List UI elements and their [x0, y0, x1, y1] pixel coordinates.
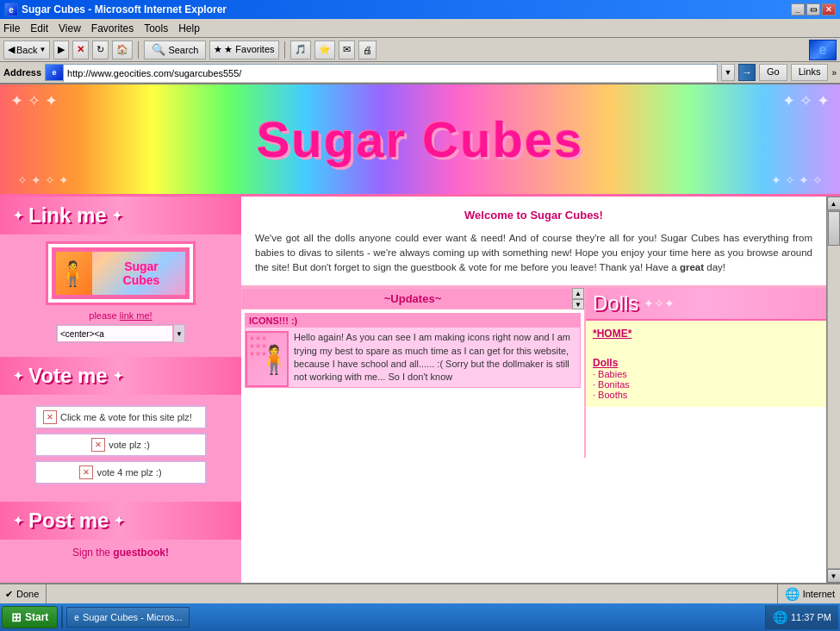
minimize-button[interactable]: _ — [791, 3, 805, 16]
taskbar-time: 11:37 PM — [791, 612, 831, 622]
vote-btn-2[interactable]: ✕ vote plz :) — [34, 433, 207, 457]
star-icon-1: ✦ — [13, 209, 23, 222]
right-scrollbar: ▲ ▼ — [826, 197, 840, 583]
updates-scroll-up-btn[interactable]: ▲ — [572, 288, 584, 299]
dolls-main-link[interactable]: Dolls — [593, 357, 618, 369]
vote-me-content: ✕ Click me & vote for this site plz! ✕ v… — [0, 395, 241, 495]
globe-icon: 🌐 — [785, 587, 800, 601]
code-input[interactable] — [57, 325, 173, 342]
welcome-text-main: We've got all the dolls anyone could eve… — [255, 233, 812, 273]
favorites-button[interactable]: ★ ★ Favorites — [209, 41, 278, 59]
vote-me-title: ✦ Vote me ✦ — [0, 357, 241, 395]
welcome-section: Welcome to Sugar Cubes! We've got all th… — [241, 197, 826, 285]
vote-btn-1-label: Click me & vote for this site plz! — [60, 412, 192, 422]
update-doll: ★★★★★★★★★ 🧍 — [246, 331, 289, 387]
address-input[interactable] — [63, 65, 717, 82]
banner-sugar: Sugar — [124, 259, 159, 273]
menu-file[interactable]: File — [3, 22, 20, 34]
update-entry-text: Hello again! As you can see I am making … — [294, 331, 580, 387]
site-header: ✦ ✧ ✦ ✦ ✧ ✦ ✧ ✦ ✧ ✦ ✦ ✧ ✦ ✧ Sugar Cubes — [0, 84, 840, 197]
menu-tools[interactable]: Tools — [144, 22, 168, 34]
dolls-content: *HOME* Dolls · Babies · Bonitas · Booths — [586, 321, 826, 407]
address-bar: Address e ▼ → Go Links » — [0, 62, 840, 84]
home-button[interactable]: 🏠 — [112, 41, 133, 59]
mail-icon: ✉ — [343, 44, 351, 55]
site-title: Sugar Cubes — [257, 110, 584, 168]
address-dropdown-button[interactable]: ▼ — [721, 64, 735, 81]
menu-favorites[interactable]: Favorites — [91, 22, 134, 34]
code-input-scroll[interactable]: ▼ — [173, 325, 184, 342]
guestbook-bold[interactable]: guestbook! — [113, 547, 169, 559]
status-text: Done — [16, 589, 39, 599]
stop-button[interactable]: ✕ — [72, 41, 89, 59]
webpage: ✦ ✧ ✦ ✦ ✧ ✦ ✧ ✦ ✧ ✦ ✦ ✧ ✦ ✧ Sugar Cubes … — [0, 84, 840, 583]
windows-logo: ⊞ — [11, 610, 22, 624]
dolls-sub-2[interactable]: · Bonitas — [593, 379, 819, 390]
dolls-home-link[interactable]: *HOME* — [593, 328, 819, 340]
media-icon: 🎵 — [295, 44, 307, 55]
menu-help[interactable]: Help — [178, 22, 200, 34]
star-icon-2: ✦ — [112, 209, 122, 222]
forward-button[interactable]: ▶ — [53, 41, 69, 59]
vote-me-section: ✦ Vote me ✦ ✕ Click me & vote for this s… — [0, 357, 241, 495]
restore-button[interactable]: ▭ — [806, 3, 820, 16]
dolls-sub-1[interactable]: · Babies — [593, 369, 819, 379]
scroll-up-button[interactable]: ▲ — [827, 197, 841, 210]
star-icon-6: ✦ — [114, 514, 124, 528]
updates-scroll-down-btn[interactable]: ▼ — [572, 299, 584, 310]
status-bar: ✔ Done 🌐 Internet — [0, 583, 840, 603]
broken-img-2: ✕ — [91, 438, 105, 452]
navigate-button[interactable]: → — [738, 64, 756, 81]
back-dropdown-icon: ▼ — [39, 46, 46, 53]
go-button[interactable]: Go — [759, 64, 787, 81]
taskbar-window-btn[interactable]: e Sugar Cubes - Micros... — [66, 607, 190, 628]
back-button[interactable]: ◀ Back ▼ — [3, 41, 50, 59]
bottom-section: ~Updates~ ▲ ▼ ICONS!!! :) — [241, 285, 826, 458]
code-input-wrapper: ▼ — [56, 324, 185, 343]
dolls-sub-3[interactable]: · Booths — [593, 390, 819, 400]
history-button[interactable]: ⭐ — [314, 41, 335, 59]
vote-me-label: Vote me — [28, 364, 108, 388]
star-icon-3: ✦ — [13, 369, 23, 383]
vote-btn-3-label: vote 4 me plz :) — [96, 467, 161, 478]
dolls-header: Dolls ✦✧✦ — [586, 288, 826, 321]
navigate-arrow-icon: → — [742, 66, 752, 78]
updates-title: ~Updates~ — [384, 292, 441, 305]
expand-icon[interactable]: » — [831, 68, 837, 78]
refresh-button[interactable]: ↻ — [92, 41, 109, 59]
vote-btn-3[interactable]: ✕ vote 4 me plz :) — [34, 460, 207, 484]
status-zone: 🌐 Internet — [777, 584, 835, 603]
browser-content: ✦ ✧ ✦ ✦ ✧ ✦ ✧ ✦ ✧ ✦ ✦ ✧ ✦ ✧ Sugar Cubes … — [0, 84, 840, 583]
link-me-link[interactable]: link me! — [120, 310, 152, 321]
forward-icon: ▶ — [58, 44, 65, 55]
address-favicon-e: e — [53, 68, 57, 77]
status-icon: ✔ — [5, 589, 13, 600]
banner-character: 🧍 — [53, 249, 92, 297]
taskbar-right: 🌐 11:37 PM — [765, 605, 838, 629]
updates-header: ~Updates~ ▲ ▼ — [241, 288, 584, 309]
search-icon: 🔍 — [152, 43, 165, 56]
print-button[interactable]: 🖨 — [358, 41, 376, 59]
ie-logo-e: e — [819, 42, 827, 58]
links-button[interactable]: Links — [791, 64, 829, 81]
taskbar: ⊞ Start e Sugar Cubes - Micros... 🌐 11:3… — [0, 603, 840, 631]
taskbar-globe-icon: 🌐 — [773, 610, 787, 624]
menu-edit[interactable]: Edit — [30, 22, 48, 34]
favorites-icon: ★ — [214, 44, 222, 55]
scroll-down-button[interactable]: ▼ — [827, 569, 841, 583]
stop-icon: ✕ — [77, 44, 84, 55]
character-icon: 🧍 — [58, 259, 88, 288]
scroll-track[interactable] — [827, 210, 841, 569]
search-button[interactable]: 🔍 Search — [144, 41, 206, 59]
close-button[interactable]: ✕ — [822, 3, 836, 16]
guestbook-text: Sign the guestbook! — [7, 547, 234, 559]
mail-button[interactable]: ✉ — [339, 41, 355, 59]
back-arrow-icon: ◀ — [8, 44, 15, 55]
menu-view[interactable]: View — [59, 22, 81, 34]
vote-btn-1[interactable]: ✕ Click me & vote for this site plz! — [34, 405, 207, 429]
start-button[interactable]: ⊞ Start — [2, 606, 58, 628]
banner-text-area: Sugar Cubes — [123, 259, 160, 287]
media-button[interactable]: 🎵 — [290, 41, 311, 59]
scroll-thumb[interactable] — [828, 211, 840, 246]
post-me-content: Sign the guestbook! — [0, 540, 241, 565]
